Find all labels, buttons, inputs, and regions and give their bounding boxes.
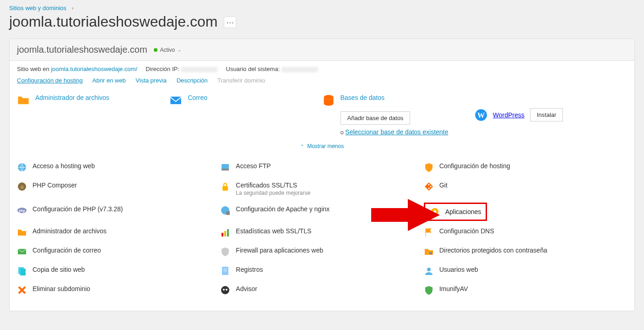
users-icon	[424, 266, 434, 276]
page-menu-button[interactable]: ···	[224, 16, 236, 28]
svg-marker-3	[371, 199, 440, 231]
php-icon: php	[17, 205, 27, 215]
tool-item[interactable]: Usuarios web	[424, 261, 627, 280]
tool-item[interactable]: ♫ PHP Composer	[17, 177, 220, 201]
link-open-web[interactable]: Abrir en web	[92, 77, 126, 84]
stats-icon	[220, 227, 230, 237]
svg-rect-16	[226, 211, 230, 215]
tool-item[interactable]: Acceso a hosting web	[17, 158, 220, 177]
svg-rect-6	[222, 169, 229, 170]
link-description[interactable]: Descripción	[177, 77, 208, 84]
tool-item[interactable]: Acceso FTP	[220, 158, 423, 177]
svg-rect-21	[227, 229, 229, 236]
apache-icon	[220, 205, 230, 215]
database-icon	[322, 94, 335, 107]
tool-item[interactable]: Administrador de archivos	[17, 223, 220, 242]
svg-text:♫: ♫	[20, 184, 24, 189]
tool-label: Configuración de correo	[32, 247, 101, 254]
highlight-arrow-icon	[371, 197, 440, 233]
shield-icon	[424, 162, 434, 172]
link-preview[interactable]: Vista previa	[135, 77, 167, 84]
tool-label: Aplicaciones	[445, 208, 482, 215]
install-wordpress-button[interactable]: Instalar	[530, 108, 563, 121]
quick-databases-label[interactable]: Bases de datos	[341, 94, 385, 101]
tool-item[interactable]: Firewall para aplicaciones web	[220, 242, 423, 261]
tool-label: Configuración de PHP (v7.3.28)	[32, 205, 123, 213]
tool-label: Configuración DNS	[439, 227, 494, 235]
svg-point-30	[221, 286, 229, 294]
svg-rect-9	[222, 186, 228, 191]
quick-databases[interactable]: Bases de datos	[322, 94, 475, 107]
tool-label: Eliminar subdominio	[32, 285, 90, 292]
tool-item[interactable]: Configuración DNS	[424, 223, 627, 242]
tool-label: Advisor	[236, 285, 257, 292]
tool-item[interactable]: Copia de sitio web	[17, 261, 220, 280]
tool-item[interactable]: Configuración de hosting	[424, 158, 627, 177]
tool-item[interactable]: Directorios protegidos con contraseña	[424, 242, 627, 261]
ip-value-redacted	[181, 67, 217, 72]
tool-label: Acceso FTP	[236, 162, 271, 170]
add-database-button[interactable]: Añadir base de datos	[341, 111, 411, 125]
link-transfer-domain: Transferir dominio	[217, 77, 265, 84]
tool-item[interactable]: Configuración de correo	[17, 242, 220, 261]
quick-actions: Administrador de archivos Correo Bases d…	[10, 90, 634, 139]
composer-icon: ♫	[17, 182, 27, 192]
mail-cfg-icon	[17, 247, 27, 257]
show-less-toggle[interactable]: ⌃ Mostrar menos	[300, 143, 344, 149]
tool-item[interactable]: Registros	[220, 261, 423, 280]
globe-icon	[17, 162, 27, 172]
breadcrumb-root[interactable]: Sitios web y dominios	[9, 5, 66, 11]
chevron-down-icon: ⌄	[178, 47, 181, 52]
chevron-right-icon: ›	[72, 5, 74, 11]
svg-rect-23	[429, 252, 432, 254]
svg-point-11	[428, 188, 429, 189]
tool-item[interactable]: php Configuración de PHP (v7.3.28)	[17, 201, 220, 223]
tools-grid: Acceso a hosting web Acceso FTP Configur…	[10, 153, 634, 311]
tool-label: ImunifyAV	[439, 285, 468, 292]
svg-point-32	[226, 289, 227, 291]
tool-label: Firewall para aplicaciones web	[236, 247, 323, 254]
status-text: Activo	[160, 47, 175, 53]
svg-point-0	[324, 95, 333, 99]
folder-icon	[17, 227, 27, 237]
toggle-section: ⌃ Mostrar menos	[10, 139, 634, 153]
card-links: Configuración de hosting Abrir en web Vi…	[10, 74, 634, 90]
advisor-icon	[220, 285, 230, 295]
link-hosting-config[interactable]: Configuración de hosting	[17, 77, 83, 84]
toggle-label: Mostrar menos	[307, 143, 344, 149]
svg-point-12	[430, 186, 431, 187]
quick-wordpress-label[interactable]: WordPress	[493, 111, 525, 119]
status-toggle[interactable]: Activo ⌄	[154, 47, 182, 53]
select-existing-db-link[interactable]: Seleccionar base de datos existente	[345, 128, 448, 136]
db-or-text: o	[341, 129, 346, 136]
tool-item[interactable]: Advisor	[220, 280, 423, 300]
tool-label: Acceso a hosting web	[32, 162, 95, 170]
tool-item[interactable]: Eliminar subdominio	[17, 280, 220, 300]
user-value-redacted	[281, 67, 318, 72]
quick-mail[interactable]: Correo	[169, 94, 322, 107]
breadcrumb: Sitios web y dominios ›	[0, 0, 644, 13]
card-info: Sitio web en joomla.tutorialeshoswedaje.…	[10, 61, 634, 74]
svg-point-29	[427, 268, 431, 271]
card-header: joomla.tutorialeshoswedaje.com Activo ⌄	[10, 39, 634, 61]
quick-mail-label[interactable]: Correo	[188, 94, 207, 101]
tool-item[interactable]: ImunifyAV	[424, 280, 627, 300]
svg-point-31	[223, 289, 225, 291]
site-link[interactable]: joomla.tutorialeshoswedaje.com/	[51, 66, 137, 72]
tool-label: Configuración de Apache y nginx	[236, 205, 330, 213]
ip-label: Dirección IP:	[146, 66, 179, 72]
quick-file-manager[interactable]: Administrador de archivos	[17, 94, 169, 107]
domain-card: joomla.tutorialeshoswedaje.com Activo ⌄ …	[9, 38, 635, 311]
svg-point-10	[428, 184, 429, 186]
tool-label: Directorios protegidos con contraseña	[439, 247, 547, 254]
folder-icon	[17, 94, 30, 107]
log-icon	[220, 266, 230, 276]
site-label: Sitio web en	[17, 66, 51, 72]
tool-label: Configuración de hosting	[439, 162, 510, 170]
tool-label: Administrador de archivos	[32, 227, 107, 235]
copy-icon	[17, 266, 27, 276]
tool-item[interactable]: Git	[424, 177, 627, 201]
user-label: Usuario del sistema:	[226, 66, 280, 72]
imunify-icon	[424, 285, 434, 295]
quick-file-manager-label[interactable]: Administrador de archivos	[35, 94, 109, 101]
